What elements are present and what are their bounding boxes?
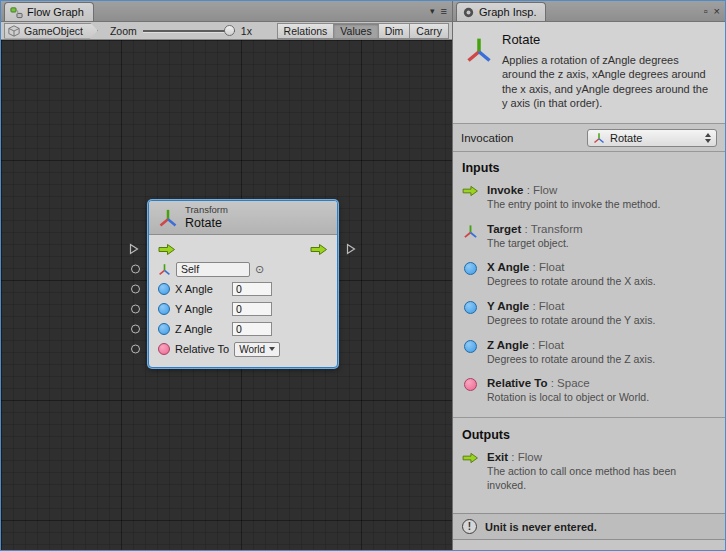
node-relative-to-row: Relative To World xyxy=(149,339,337,359)
zoom-slider[interactable] xyxy=(143,25,235,36)
port-type: Float xyxy=(539,300,565,312)
invocation-label: Invocation xyxy=(461,132,513,144)
node-header[interactable]: Transform Rotate xyxy=(149,201,337,235)
z-angle-port-icon[interactable] xyxy=(158,323,170,335)
tab-graph-inspector-label: Graph Insp. xyxy=(479,6,536,18)
inspector-input-target: Target : Transform The target object. xyxy=(453,219,725,258)
zoom-slider-thumb[interactable] xyxy=(224,25,235,36)
flow-graph-tabstrip: Flow Graph ▾ ≡ xyxy=(1,1,452,22)
port-description: Degrees to rotate around the X axis. xyxy=(487,275,656,289)
port-description: The entry point to invoke the method. xyxy=(487,198,660,212)
value-port-icon xyxy=(462,300,479,328)
inspector-input-z-angle: Z Angle : Float Degrees to rotate around… xyxy=(453,335,725,374)
invocation-dropdown[interactable]: Rotate xyxy=(587,129,717,147)
port-name: Invoke xyxy=(487,184,523,196)
relations-button[interactable]: Relations xyxy=(277,23,335,39)
port-description: Rotation is local to object or World. xyxy=(487,391,649,405)
zoom-slider-track xyxy=(143,30,235,32)
port-type: Flow xyxy=(518,451,542,463)
port-info: Y Angle : Float Degrees to rotate around… xyxy=(487,300,655,328)
port-info: Target : Transform The target object. xyxy=(487,223,583,251)
value-port-icon xyxy=(462,339,479,367)
node-body: Self ⊙ X Angle Y Angle xyxy=(149,235,337,367)
port-description: The action to call once method has been … xyxy=(487,465,716,492)
port-type: Float xyxy=(539,261,565,273)
relative-to-dropdown-value: World xyxy=(239,344,265,355)
node-x-angle-row: X Angle xyxy=(149,279,337,299)
x-angle-port-icon[interactable] xyxy=(158,283,170,295)
zoom-value: 1x xyxy=(241,25,252,37)
port-type-sep: : xyxy=(529,300,539,312)
zoom-control: Zoom 1x xyxy=(110,25,252,37)
z-angle-input[interactable] xyxy=(232,322,272,336)
warning-text: Unit is never entered. xyxy=(485,521,597,533)
node-y-angle-row: Y Angle xyxy=(149,299,337,319)
port-type: Flow xyxy=(533,184,557,196)
port-type: Space xyxy=(557,377,590,389)
invoke-external-port[interactable] xyxy=(129,243,139,255)
carry-button[interactable]: Carry xyxy=(409,23,449,39)
graph-canvas[interactable]: Transform Rotate xyxy=(1,40,452,550)
exit-flow-arrow-icon[interactable] xyxy=(310,243,328,256)
relative-to-port-icon[interactable] xyxy=(158,343,170,355)
exit-external-port[interactable] xyxy=(346,243,356,255)
flow-arrow-icon xyxy=(462,184,479,212)
flow-graph-panel: Flow Graph ▾ ≡ GameObject Zoom 1x xyxy=(1,1,453,550)
port-name: Relative To xyxy=(487,377,548,389)
node-z-angle-row: Z Angle xyxy=(149,319,337,339)
invocation-row: Invocation Rotate xyxy=(453,124,725,152)
target-external-port[interactable] xyxy=(131,265,140,274)
flow-arrow-icon xyxy=(462,451,479,492)
self-object-field[interactable]: Self xyxy=(176,262,250,277)
inspector-body: Rotate Applies a rotation of zAngle degr… xyxy=(453,22,725,550)
port-type: Transform xyxy=(531,223,583,235)
popup-arrows-icon xyxy=(705,133,711,143)
tab-flow-graph[interactable]: Flow Graph xyxy=(4,2,94,21)
node-target-row: Self ⊙ xyxy=(149,259,337,279)
inspector-input-x-angle: X Angle : Float Degrees to rotate around… xyxy=(453,257,725,296)
x-angle-input[interactable] xyxy=(232,282,272,296)
inspector-title: Rotate xyxy=(502,32,715,47)
breadcrumb[interactable]: GameObject xyxy=(4,23,98,39)
relative-to-external-port[interactable] xyxy=(131,345,140,354)
z-angle-label: Z Angle xyxy=(175,323,227,335)
inspector-description: Applies a rotation of zAngle degrees aro… xyxy=(502,53,715,110)
chevron-down-icon xyxy=(269,347,275,351)
y-angle-label: Y Angle xyxy=(175,303,227,315)
invocation-value: Rotate xyxy=(610,132,642,144)
x-angle-external-port[interactable] xyxy=(131,285,140,294)
rotate-node[interactable]: Transform Rotate xyxy=(148,200,338,368)
pane-menu-icon[interactable]: ≡ xyxy=(441,6,447,17)
breadcrumb-label: GameObject xyxy=(24,25,83,37)
y-angle-input[interactable] xyxy=(232,302,272,316)
port-name: Exit xyxy=(487,451,508,463)
warning-bar: ! Unit is never entered. xyxy=(453,513,725,540)
y-angle-port-icon[interactable] xyxy=(158,303,170,315)
maximize-icon[interactable]: ▫ xyxy=(704,6,708,17)
inspector-window-controls: ▫ × xyxy=(704,1,720,21)
dim-button[interactable]: Dim xyxy=(378,23,411,39)
invoke-flow-arrow-icon[interactable] xyxy=(158,243,176,256)
y-angle-external-port[interactable] xyxy=(131,305,140,314)
x-angle-label: X Angle xyxy=(175,283,227,295)
node-titles: Transform Rotate xyxy=(185,205,228,230)
inspector-input-y-angle: Y Angle : Float Degrees to rotate around… xyxy=(453,296,725,335)
port-info: Invoke : Flow The entry point to invoke … xyxy=(487,184,660,212)
close-icon[interactable]: × xyxy=(714,6,720,17)
relative-to-dropdown[interactable]: World xyxy=(234,342,280,357)
values-button[interactable]: Values xyxy=(333,23,378,39)
pane-dropdown-icon[interactable]: ▾ xyxy=(430,7,435,16)
z-angle-external-port[interactable] xyxy=(131,325,140,334)
inspector-tabstrip: Graph Insp. ▫ × xyxy=(453,1,725,22)
value-port-icon xyxy=(462,261,479,289)
object-picker-icon[interactable]: ⊙ xyxy=(255,264,264,275)
port-name: Y Angle xyxy=(487,300,529,312)
tab-graph-inspector[interactable]: Graph Insp. xyxy=(456,2,546,21)
inspector-header: Rotate Applies a rotation of zAngle degr… xyxy=(453,22,725,124)
zoom-label: Zoom xyxy=(110,25,137,37)
port-type-sep: : xyxy=(523,184,533,196)
transform-axis-icon xyxy=(462,223,479,251)
node-title: Rotate xyxy=(185,216,228,230)
port-name: Z Angle xyxy=(487,339,529,351)
port-type-sep: : xyxy=(508,451,518,463)
